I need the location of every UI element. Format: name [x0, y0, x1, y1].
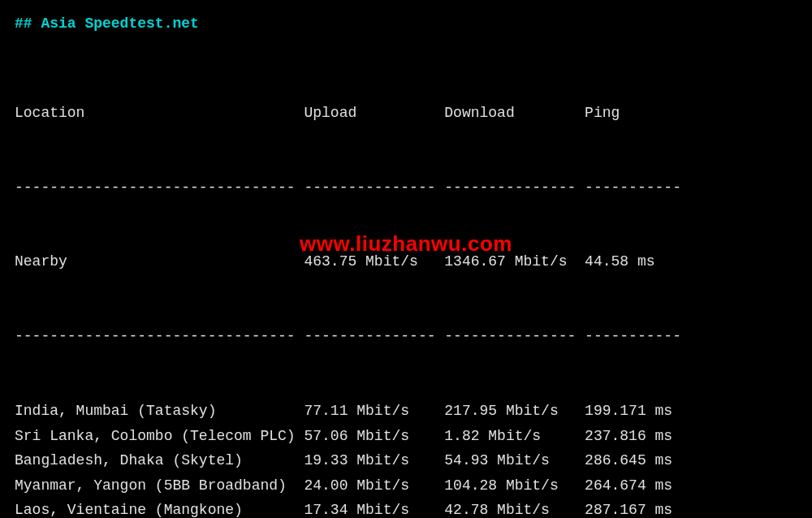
table-row: Sri Lanka, Colombo (Telecom PLC) 57.06 M…: [15, 424, 797, 449]
separator-1: -------------------------------- -------…: [15, 175, 797, 201]
table-header-row: Location Upload Download Ping: [15, 101, 797, 126]
table-row: Bangladesh, Dhaka (Skytel) 19.33 Mbit/s …: [15, 448, 797, 473]
speedtest-table: Location Upload Download Ping ----------…: [15, 51, 797, 518]
table-row: Laos, Vientaine (Mangkone) 17.34 Mbit/s …: [15, 498, 797, 518]
separator-2: -------------------------------- -------…: [15, 324, 797, 349]
table-row: Myanmar, Yangon (5BB Broadband) 24.00 Mb…: [15, 473, 797, 499]
table-row: India, Mumbai (Tatasky) 77.11 Mbit/s 217…: [15, 399, 797, 424]
nearby-row: Nearby 463.75 Mbit/s 1346.67 Mbit/s 44.5…: [15, 249, 797, 274]
section-title: ## Asia Speedtest.net: [15, 11, 797, 37]
